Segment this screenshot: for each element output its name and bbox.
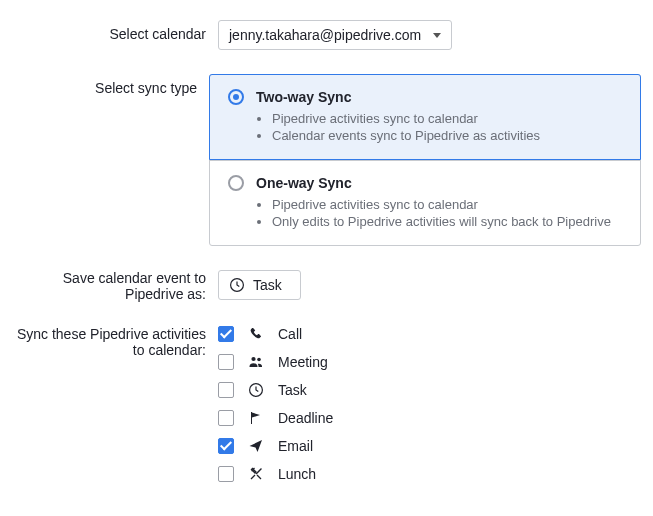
- sync-option-bullet: Only edits to Pipedrive activities will …: [272, 214, 622, 229]
- checkbox[interactable]: [218, 326, 234, 342]
- clock-icon: [248, 382, 264, 398]
- chevron-down-icon: [433, 33, 441, 38]
- sync-option-bullet: Pipedrive activities sync to calendar: [272, 197, 622, 212]
- select-sync-type-label: Select sync type: [12, 74, 209, 96]
- radio-icon: [228, 89, 244, 105]
- flag-icon: [248, 410, 264, 426]
- sync-type-option-one-way[interactable]: One-way Sync Pipedrive activities sync t…: [210, 160, 640, 245]
- activity-item-deadline[interactable]: Deadline: [218, 410, 641, 426]
- sync-type-option-two-way[interactable]: Two-way Sync Pipedrive activities sync t…: [209, 74, 641, 160]
- radio-icon: [228, 175, 244, 191]
- activity-item-call[interactable]: Call: [218, 326, 641, 342]
- activity-item-task[interactable]: Task: [218, 382, 641, 398]
- sync-type-radio-group: Two-way Sync Pipedrive activities sync t…: [209, 74, 641, 246]
- svg-point-1: [251, 357, 255, 361]
- activity-item-meeting[interactable]: Meeting: [218, 354, 641, 370]
- activity-label: Lunch: [278, 466, 316, 482]
- activities-list: Call Meeting Task: [218, 326, 641, 482]
- activity-label: Meeting: [278, 354, 328, 370]
- activity-item-lunch[interactable]: Lunch: [218, 466, 641, 482]
- clock-icon: [229, 277, 245, 293]
- activity-item-email[interactable]: Email: [218, 438, 641, 454]
- sync-option-title: Two-way Sync: [256, 89, 351, 105]
- utensils-icon: [248, 466, 264, 482]
- activities-label: Sync these Pipedrive activities to calen…: [12, 326, 218, 358]
- select-calendar-dropdown[interactable]: jenny.takahara@pipedrive.com: [218, 20, 452, 50]
- send-icon: [248, 438, 264, 454]
- svg-point-2: [257, 358, 261, 362]
- select-calendar-label: Select calendar: [12, 20, 218, 42]
- sync-option-title: One-way Sync: [256, 175, 352, 191]
- sync-option-bullet: Pipedrive activities sync to calendar: [272, 111, 622, 126]
- checkbox[interactable]: [218, 354, 234, 370]
- checkbox[interactable]: [218, 410, 234, 426]
- activity-label: Call: [278, 326, 302, 342]
- checkbox[interactable]: [218, 382, 234, 398]
- activity-label: Deadline: [278, 410, 333, 426]
- activity-label: Email: [278, 438, 313, 454]
- activity-label: Task: [278, 382, 307, 398]
- save-as-label: Save calendar event to Pipedrive as:: [12, 270, 218, 302]
- phone-icon: [248, 326, 264, 342]
- people-icon: [248, 354, 264, 370]
- checkbox[interactable]: [218, 438, 234, 454]
- sync-option-bullet: Calendar events sync to Pipedrive as act…: [272, 128, 622, 143]
- save-as-value: Task: [253, 277, 282, 293]
- save-as-dropdown[interactable]: Task: [218, 270, 301, 300]
- checkbox[interactable]: [218, 466, 234, 482]
- select-calendar-value: jenny.takahara@pipedrive.com: [229, 27, 421, 43]
